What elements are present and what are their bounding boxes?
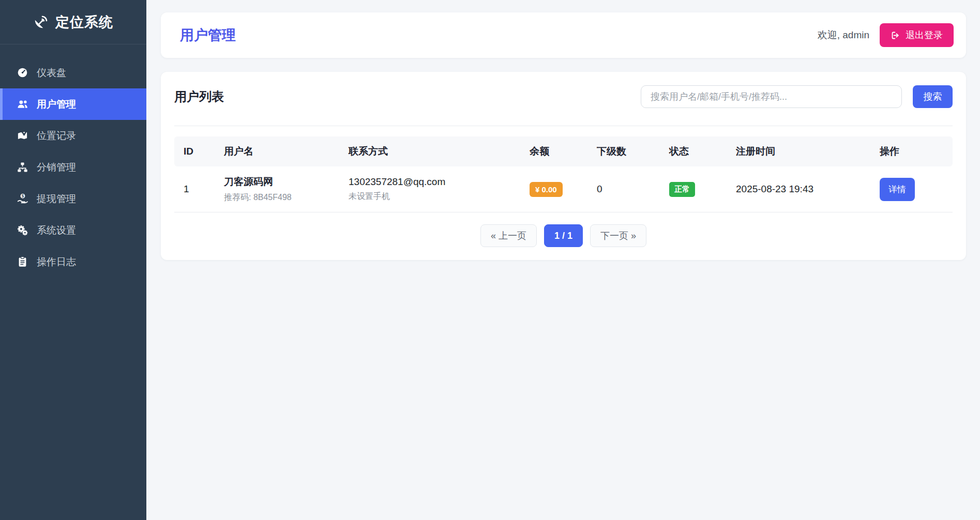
sidebar: 定位系统 仪表盘 用户管理 [0, 0, 146, 520]
logout-button-label: 退出登录 [906, 29, 943, 41]
sidebar-item-label: 系统设置 [37, 224, 76, 237]
sidebar-item-label: 位置记录 [37, 129, 76, 143]
col-id: ID [174, 136, 218, 166]
sidebar-item-label: 用户管理 [37, 98, 76, 111]
welcome-text: 欢迎, admin [818, 28, 869, 42]
search-button[interactable]: 搜索 [913, 85, 953, 108]
sidebar-item-user-management[interactable]: 用户管理 [0, 88, 146, 120]
username-text: 刀客源码网 [224, 175, 336, 189]
sidebar-item-label: 操作日志 [37, 255, 76, 269]
search-area: 搜索 [641, 85, 953, 108]
sidebar-item-label: 分销管理 [37, 161, 76, 174]
user-list-card: 用户列表 搜索 ID 用户名 联系方式 余额 下级数 状态 注册时间 [161, 72, 966, 260]
col-username: 用户名 [218, 136, 342, 166]
cell-registered: 2025-08-23 19:43 [730, 166, 873, 212]
sidebar-item-label: 仪表盘 [37, 66, 66, 80]
col-balance: 余额 [523, 136, 591, 166]
detail-button[interactable]: 详情 [880, 178, 915, 201]
list-toolbar: 用户列表 搜索 [174, 85, 953, 126]
svg-text:$: $ [22, 194, 24, 198]
sidebar-item-distribution[interactable]: 分销管理 [0, 151, 146, 183]
sidebar-item-location-records[interactable]: 位置记录 [0, 120, 146, 151]
col-contact: 联系方式 [342, 136, 523, 166]
top-header: 用户管理 欢迎, admin 退出登录 [161, 12, 966, 58]
gears-icon [17, 224, 28, 236]
sidebar-item-label: 提现管理 [37, 192, 76, 206]
app-logo: 定位系统 [0, 0, 146, 44]
status-badge: 正常 [669, 182, 695, 197]
cell-subordinates: 0 [591, 166, 663, 212]
header-right: 欢迎, admin 退出登录 [818, 23, 954, 47]
pagination: « 上一页 1 / 1 下一页 » [174, 224, 953, 247]
table-header: ID 用户名 联系方式 余额 下级数 状态 注册时间 操作 [174, 136, 953, 166]
sidebar-item-dashboard[interactable]: 仪表盘 [0, 57, 146, 88]
search-input[interactable] [641, 85, 902, 108]
next-page-button[interactable]: 下一页 » [590, 224, 646, 247]
users-icon [17, 98, 28, 110]
hand-holding-dollar-icon: $ [17, 193, 28, 205]
sitemap-icon [17, 161, 28, 173]
dashboard-gauge-icon [17, 67, 28, 79]
table-row: 1 刀客源码网 推荐码: 8B45F498 1302357281@qq.com … [174, 166, 953, 212]
page-title: 用户管理 [180, 26, 236, 44]
col-actions: 操作 [873, 136, 953, 166]
sidebar-item-operation-logs[interactable]: 操作日志 [0, 246, 146, 278]
app-title: 定位系统 [55, 13, 113, 32]
col-registered: 注册时间 [730, 136, 873, 166]
satellite-dish-icon [33, 14, 49, 30]
clipboard-list-icon [17, 256, 28, 268]
map-marker-icon [17, 130, 28, 142]
prev-page-button[interactable]: « 上一页 [480, 224, 537, 247]
cell-id: 1 [174, 166, 218, 212]
email-text: 1302357281@qq.com [349, 176, 517, 188]
col-subordinates: 下级数 [591, 136, 663, 166]
col-status: 状态 [663, 136, 730, 166]
sign-out-icon [891, 30, 900, 40]
cell-contact: 1302357281@qq.com 未设置手机 [342, 166, 523, 212]
current-page-indicator[interactable]: 1 / 1 [544, 224, 583, 247]
cell-actions: 详情 [873, 166, 953, 212]
logout-button[interactable]: 退出登录 [880, 23, 954, 47]
user-table: ID 用户名 联系方式 余额 下级数 状态 注册时间 操作 1 刀客源码网 推荐… [174, 136, 953, 212]
sidebar-menu: 仪表盘 用户管理 位置记录 [0, 44, 146, 278]
phone-text: 未设置手机 [349, 191, 517, 202]
main-content: 用户管理 欢迎, admin 退出登录 用户列表 搜索 [146, 0, 980, 520]
balance-badge: ¥ 0.00 [530, 182, 563, 197]
cell-balance: ¥ 0.00 [523, 166, 591, 212]
cell-status: 正常 [663, 166, 730, 212]
sidebar-item-withdrawals[interactable]: $ 提现管理 [0, 183, 146, 215]
cell-username: 刀客源码网 推荐码: 8B45F498 [218, 166, 342, 212]
sidebar-item-settings[interactable]: 系统设置 [0, 215, 146, 246]
list-title: 用户列表 [174, 88, 224, 105]
referral-code-text: 推荐码: 8B45F498 [224, 192, 336, 203]
